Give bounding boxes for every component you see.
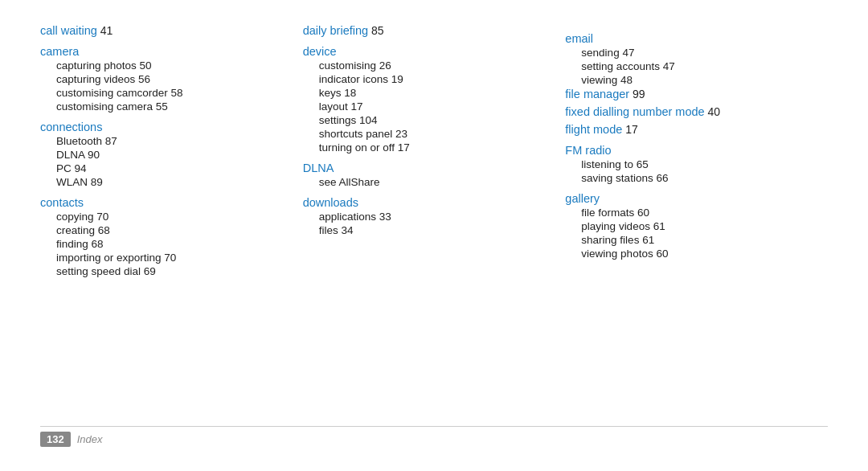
- sub-item: sending 47: [565, 47, 812, 59]
- sub-item: turning on or off 17: [303, 141, 550, 154]
- page-number-badge: 132: [40, 432, 71, 447]
- sub-item: DLNA 90: [40, 149, 287, 161]
- sub-item: indicator icons 19: [303, 73, 550, 85]
- inline-entry: flight mode 17: [565, 123, 812, 136]
- sub-item: shortcuts panel 23: [303, 128, 550, 140]
- page-number: 17: [622, 123, 637, 136]
- section-header: contacts: [40, 196, 287, 209]
- sub-item: importing or exporting 70: [40, 252, 287, 264]
- entry-header: daily briefing: [303, 24, 368, 37]
- section-header: DLNA: [303, 162, 550, 174]
- page-number: 85: [368, 24, 383, 37]
- page-number: 41: [97, 24, 113, 37]
- sub-item: playing videos 61: [565, 220, 812, 232]
- footer: 132 Index: [40, 426, 828, 447]
- sub-item: saving stations 66: [565, 172, 812, 184]
- page: call waiting 41cameracapturing photos 50…: [0, 0, 868, 471]
- sub-item: applications 33: [303, 211, 550, 223]
- inline-entry: file manager 99: [565, 88, 812, 100]
- sub-item: files 34: [303, 224, 550, 236]
- index-columns: call waiting 41cameracapturing photos 50…: [40, 24, 828, 418]
- section-header: FM radio: [565, 144, 812, 157]
- column-3: emailsending 47setting accounts 47viewin…: [565, 24, 828, 418]
- sub-item: viewing photos 60: [565, 248, 812, 260]
- sub-item: customising 26: [303, 59, 550, 72]
- sub-item: finding 68: [40, 238, 287, 250]
- footer-label: Index: [77, 433, 103, 445]
- sub-item: copying 70: [40, 211, 287, 223]
- sub-item: PC 94: [40, 162, 287, 174]
- sub-item: see AllShare: [303, 176, 550, 188]
- entry-header: call waiting: [40, 24, 97, 37]
- page-number: 40: [705, 105, 720, 118]
- section-header: gallery: [565, 192, 812, 205]
- sub-item: listening to 65: [565, 158, 812, 170]
- sub-item: setting speed dial 69: [40, 265, 287, 277]
- column-2: daily briefing 85devicecustomising 26ind…: [303, 24, 566, 418]
- sub-item: layout 17: [303, 100, 550, 113]
- inline-entry: fixed dialling number mode 40: [565, 105, 812, 118]
- sub-item: keys 18: [303, 87, 550, 99]
- entry-header: flight mode: [565, 123, 622, 136]
- inline-entry: daily briefing 85: [303, 24, 550, 37]
- section-header: connections: [40, 121, 287, 133]
- sub-item: setting accounts 47: [565, 60, 812, 72]
- sub-item: sharing files 61: [565, 234, 812, 246]
- sub-item: viewing 48: [565, 74, 812, 86]
- sub-item: WLAN 89: [40, 176, 287, 188]
- sub-item: capturing photos 50: [40, 59, 287, 72]
- section-header: camera: [40, 45, 287, 58]
- sub-item: customising camera 55: [40, 100, 287, 113]
- sub-item: customising camcorder 58: [40, 87, 287, 99]
- sub-item: Bluetooth 87: [40, 135, 287, 147]
- sub-item: settings 104: [303, 114, 550, 126]
- section-header: device: [303, 45, 550, 58]
- entry-header: fixed dialling number mode: [565, 105, 704, 118]
- sub-item: file formats 60: [565, 207, 812, 219]
- sub-item: creating 68: [40, 224, 287, 236]
- entry-header: file manager: [565, 88, 629, 100]
- sub-item: capturing videos 56: [40, 73, 287, 85]
- inline-entry: call waiting 41: [40, 24, 287, 37]
- section-header: email: [565, 32, 812, 45]
- column-1: call waiting 41cameracapturing photos 50…: [40, 24, 303, 418]
- page-number: 99: [629, 88, 645, 100]
- section-header: downloads: [303, 196, 550, 209]
